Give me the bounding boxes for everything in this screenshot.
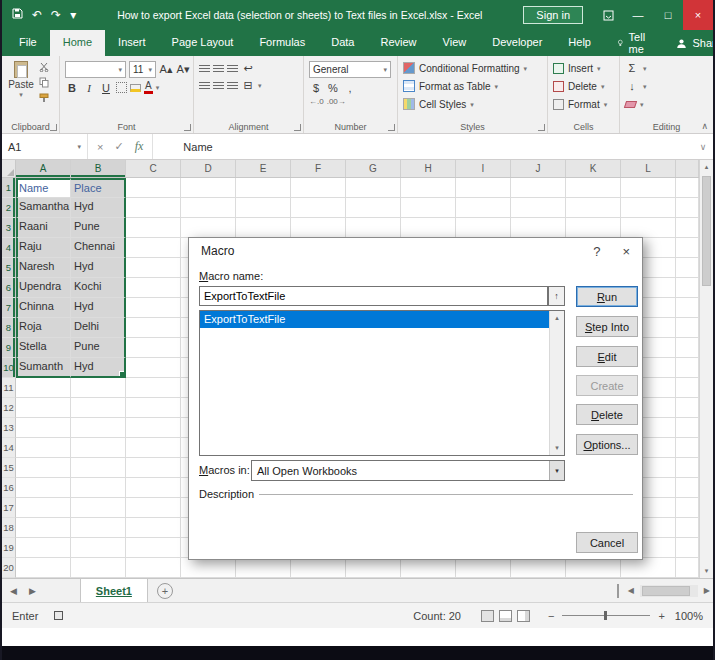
insert-cells-button[interactable]: Insert ▾ [553, 59, 616, 77]
underline-button[interactable]: U [99, 80, 113, 95]
cell-D1[interactable] [181, 178, 236, 198]
bold-button[interactable]: B [65, 80, 79, 95]
cell-B3[interactable]: Pune [71, 218, 126, 238]
cell-C9[interactable] [126, 338, 181, 358]
cell-A1[interactable]: Name [16, 178, 71, 198]
fill-handle[interactable] [119, 371, 124, 376]
cell-B8[interactable]: Delhi [71, 318, 126, 338]
cell-A20[interactable] [16, 558, 71, 578]
horizontal-scroll-track[interactable] [640, 585, 698, 597]
col-header-A[interactable]: A [16, 160, 71, 177]
horizontal-scrollbar[interactable]: ◀ ▶ [617, 579, 713, 602]
cell-K2[interactable] [566, 198, 621, 218]
row-header-15[interactable]: 15 [2, 458, 16, 478]
row-header-5[interactable]: 5 [2, 258, 16, 278]
cell-A2[interactable]: Samantha [16, 198, 71, 218]
row-header-6[interactable]: 6 [2, 278, 16, 298]
macro-name-input[interactable] [199, 286, 548, 306]
cell-G1[interactable] [346, 178, 401, 198]
font-color-icon[interactable]: A [144, 81, 153, 94]
font-name-combo[interactable]: ▾ [65, 61, 126, 78]
tab-split-handle[interactable] [617, 584, 622, 598]
page-layout-view-icon[interactable] [499, 610, 512, 622]
cell-J2[interactable] [511, 198, 566, 218]
cell-B14[interactable] [71, 438, 126, 458]
font-dialog-launcher[interactable] [184, 124, 191, 131]
ribbon-display-options-icon[interactable] [593, 0, 623, 30]
dialog-close-icon[interactable]: × [622, 244, 630, 259]
cell-B11[interactable] [71, 378, 126, 398]
cell-B15[interactable] [71, 458, 126, 478]
cell-A5[interactable]: Naresh [16, 258, 71, 278]
cell-B5[interactable]: Hyd [71, 258, 126, 278]
cell-L2[interactable] [621, 198, 676, 218]
zoom-slider[interactable] [562, 615, 650, 616]
number-dialog-launcher[interactable] [388, 124, 395, 131]
cell-A10[interactable]: Sumanth [16, 358, 71, 378]
tab-help[interactable]: Help [555, 30, 604, 56]
cell-C6[interactable] [126, 278, 181, 298]
cell-A3[interactable]: Raani [16, 218, 71, 238]
fill-button[interactable]: ↓ ▾ [625, 77, 710, 95]
cell-C20[interactable] [126, 558, 181, 578]
cell-C15[interactable] [126, 458, 181, 478]
styles-dialog-launcher[interactable] [538, 124, 545, 131]
step-into-button[interactable]: Step Into [576, 316, 638, 337]
tab-data[interactable]: Data [318, 30, 367, 56]
cell-L1[interactable] [621, 178, 676, 198]
redo-icon[interactable]: ↷ [51, 9, 61, 21]
macro-list-scrollbar[interactable]: ▴ ▾ [549, 311, 564, 455]
col-header-C[interactable]: C [126, 160, 181, 177]
tell-me-button[interactable]: Tell me [604, 30, 663, 56]
col-header-D[interactable]: D [181, 160, 236, 177]
cancel-entry-icon[interactable]: × [97, 141, 103, 153]
cell-D3[interactable] [181, 218, 236, 238]
col-header-B[interactable]: B [71, 160, 126, 177]
cell-B9[interactable]: Pune [71, 338, 126, 358]
cell-J20[interactable] [511, 558, 566, 578]
cell-A8[interactable]: Roja [16, 318, 71, 338]
cell-C16[interactable] [126, 478, 181, 498]
normal-view-icon[interactable] [481, 610, 494, 622]
name-box[interactable]: A1 ▾ [2, 134, 88, 159]
cell-A4[interactable]: Raju [16, 238, 71, 258]
row-header-16[interactable]: 16 [2, 478, 16, 498]
top-align-icon[interactable] [199, 65, 210, 73]
row-header-19[interactable]: 19 [2, 538, 16, 558]
cell-B16[interactable] [71, 478, 126, 498]
row-header-17[interactable]: 17 [2, 498, 16, 518]
cell-styles-button[interactable]: Cell Styles ▾ [403, 95, 544, 113]
comma-style-icon[interactable]: , [343, 80, 357, 95]
cell-B18[interactable] [71, 518, 126, 538]
cell-E1[interactable] [236, 178, 291, 198]
tab-page-layout[interactable]: Page Layout [159, 30, 247, 56]
cell-B7[interactable]: Hyd [71, 298, 126, 318]
cell-I3[interactable] [456, 218, 511, 238]
cell-A7[interactable]: Chinna [16, 298, 71, 318]
cell-C10[interactable] [126, 358, 181, 378]
cell-J3[interactable] [511, 218, 566, 238]
col-header-I[interactable]: I [456, 160, 511, 177]
collapse-ribbon-icon[interactable]: ∧ [701, 121, 708, 131]
cell-A9[interactable]: Stella [16, 338, 71, 358]
cell-A14[interactable] [16, 438, 71, 458]
cell-B19[interactable] [71, 538, 126, 558]
cell-B17[interactable] [71, 498, 126, 518]
increase-decimal-icon[interactable]: ←.0 [309, 97, 324, 106]
select-all-corner[interactable] [2, 160, 16, 177]
scroll-right-icon[interactable]: ▶ [704, 586, 710, 595]
cell-I20[interactable] [456, 558, 511, 578]
horizontal-scroll-thumb[interactable] [642, 586, 690, 596]
tab-home[interactable]: Home [50, 30, 105, 56]
format-as-table-button[interactable]: Format as Table ▾ [403, 77, 544, 95]
save-icon[interactable] [12, 8, 23, 22]
cell-A17[interactable] [16, 498, 71, 518]
cell-F1[interactable] [291, 178, 346, 198]
cell-H3[interactable] [401, 218, 456, 238]
cell-H20[interactable] [401, 558, 456, 578]
cell-C17[interactable] [126, 498, 181, 518]
cell-L3[interactable] [621, 218, 676, 238]
tab-review[interactable]: Review [367, 30, 429, 56]
cell-K20[interactable] [566, 558, 621, 578]
cell-B1[interactable]: Place [71, 178, 126, 198]
